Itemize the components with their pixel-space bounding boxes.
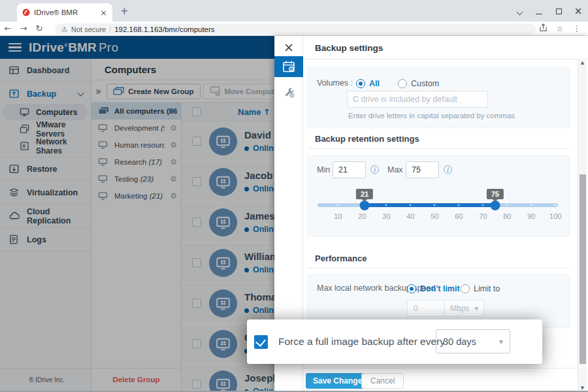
slider-tick-label: 100 — [549, 212, 561, 220]
volumes-label: Volumes : — [317, 78, 353, 88]
tab-advanced-settings[interactable] — [274, 82, 303, 103]
bookmark-star-icon[interactable]: ☆ — [551, 24, 568, 33]
maximize-button[interactable] — [549, 5, 568, 17]
slider-tick — [385, 204, 387, 206]
min-label: Min — [317, 165, 330, 174]
window-controls: × — [510, 0, 588, 22]
panel-scrollbar[interactable]: ▲ ▼ — [578, 59, 587, 392]
slider-tick-label: 80 — [503, 212, 511, 220]
forward-button[interactable]: → — [16, 24, 31, 33]
radio-dont-limit[interactable]: Don't limit — [407, 282, 460, 294]
reload-button[interactable]: ↻ — [31, 24, 47, 33]
slider-tick — [337, 204, 339, 206]
force-full-backup-label: Force a full image backup after every — [278, 336, 445, 348]
slider-tick-label: 60 — [455, 212, 463, 220]
slider-min-tooltip: 21 — [356, 189, 373, 199]
radio-icon[interactable] — [407, 284, 416, 293]
slider-tick-label: 40 — [406, 212, 414, 220]
divider — [307, 268, 570, 269]
retention-range-slider[interactable]: 2175102030405060708090100 — [318, 189, 558, 231]
slider-tick-label: 20 — [358, 212, 366, 220]
chevron-down-icon: ▾ — [499, 337, 503, 346]
slider-tick-label: 90 — [527, 212, 535, 220]
min-input[interactable] — [333, 161, 366, 178]
tab-search-icon[interactable] — [510, 5, 529, 17]
retention-section-title: Backup retention settings — [315, 134, 419, 144]
close-panel-icon[interactable]: × — [274, 40, 303, 54]
max-info-icon[interactable]: i — [444, 165, 452, 174]
radio-volumes-custom[interactable]: Custom — [398, 77, 439, 89]
radio-icon[interactable] — [461, 284, 470, 293]
scroll-up-icon[interactable]: ▲ — [578, 60, 587, 65]
url-text[interactable]: 192.168.1.163/bmr/computers — [114, 25, 214, 33]
address-bar[interactable]: ⚠ Not secure 192.168.1.163/bmr/computers — [55, 24, 536, 35]
slider-tick-label: 10 — [334, 212, 342, 220]
slider-fill — [365, 203, 495, 207]
slider-tick — [531, 204, 532, 206]
scrollbar-thumb[interactable] — [580, 174, 586, 364]
speed-value-input[interactable]: 0 — [407, 300, 445, 317]
tab-backup-schedule[interactable] — [274, 56, 303, 77]
slider-tick — [506, 204, 508, 206]
radio-limit-to[interactable]: Limit to — [461, 282, 500, 294]
tab-title: IDrive® BMR — [34, 8, 96, 16]
back-button[interactable]: ← — [0, 24, 16, 33]
panel-title: Backup settings — [315, 43, 383, 53]
min-info-icon[interactable]: i — [370, 165, 379, 174]
slider-tick-label: 70 — [479, 212, 487, 220]
interval-select[interactable]: 30 days ▾ — [436, 329, 510, 353]
browser-menu-icon[interactable]: ⋮ — [568, 24, 585, 33]
max-input[interactable] — [406, 161, 439, 178]
idrive-favicon — [22, 8, 30, 16]
slider-tick — [555, 204, 557, 206]
scroll-down-icon[interactable]: ▼ — [578, 385, 587, 391]
max-label: Max — [387, 165, 403, 174]
radio-volumes-all[interactable]: All — [356, 77, 380, 89]
browser-titlebar: IDrive® BMR × + × — [0, 0, 588, 22]
slider-max-tooltip: 75 — [487, 189, 504, 199]
warning-icon: ⚠ — [61, 25, 67, 33]
minimize-button[interactable] — [529, 5, 549, 17]
force-full-backup-checkbox[interactable] — [254, 335, 268, 349]
panel-footer: Save Changes Cancel — [303, 368, 578, 392]
slider-tick — [482, 204, 484, 206]
divider — [307, 148, 570, 149]
browser-toolbar: ← → ↻ ⚠ Not secure 192.168.1.163/bmr/com… — [0, 22, 588, 36]
drive-letters-helper: Enter drive letters in capital separated… — [348, 112, 515, 120]
wrench-settings-icon — [283, 86, 295, 99]
drive-letters-input[interactable] — [347, 91, 488, 108]
chevron-down-icon: ▾ — [474, 304, 478, 313]
performance-section-title: Performance — [315, 253, 367, 263]
slider-tick-label: 30 — [382, 212, 390, 220]
browser-tab[interactable]: IDrive® BMR × — [17, 3, 112, 22]
slider-tick — [458, 204, 460, 206]
retention-section: Min i Max i 2175102030405060708090100 — [307, 155, 570, 237]
url-divider — [110, 25, 110, 33]
slider-tick — [434, 204, 436, 206]
share-icon[interactable] — [534, 24, 551, 34]
new-tab-button[interactable]: + — [120, 5, 129, 17]
not-secure-label[interactable]: Not secure — [71, 25, 106, 33]
tab-close-icon[interactable]: × — [100, 8, 107, 18]
slider-tick-label: 50 — [431, 212, 438, 220]
calendar-settings-icon — [282, 60, 295, 73]
speed-unit-select[interactable]: Mbps▾ — [445, 300, 484, 317]
radio-icon[interactable] — [398, 79, 407, 88]
force-full-backup-modal: Force a full image backup after every 30… — [247, 319, 542, 364]
radio-icon[interactable] — [356, 79, 365, 88]
slider-tick — [410, 204, 412, 206]
cancel-button[interactable]: Cancel — [361, 373, 404, 389]
close-window-button[interactable]: × — [568, 5, 588, 17]
volumes-section: Volumes : All Custom Enter drive letters… — [307, 67, 570, 128]
